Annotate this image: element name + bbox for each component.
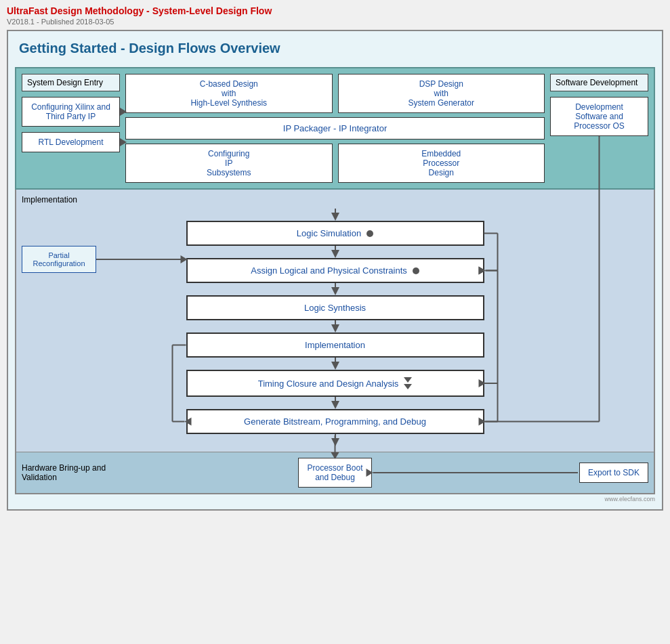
arrow5: [180, 397, 491, 409]
system-design-entry-label: System Design Entry: [22, 74, 120, 91]
assign-constraints-dot: [413, 267, 419, 274]
logic-synthesis-box[interactable]: Logic Synthesis: [186, 295, 484, 320]
partial-reconfig-box[interactable]: PartialReconfiguration: [22, 246, 96, 273]
diagram-title: Getting Started - Design Flows Overview: [15, 38, 655, 59]
svg-marker-3: [331, 250, 339, 258]
diagram-container: System Design Entry Configuring Xilinx a…: [15, 67, 655, 494]
arrow1: [180, 246, 491, 258]
page-subtitle: V2018.1 - Published 2018-03-05: [7, 18, 663, 26]
processor-boot-box[interactable]: Processor Bootand Debug: [298, 458, 371, 488]
arrow6: [180, 434, 491, 446]
timing-closure-box[interactable]: Timing Closure and Design Analysis: [186, 370, 484, 397]
software-development-label: Software Development: [550, 74, 648, 91]
assign-constraints-box[interactable]: Assign Logical and Physical Constraints: [186, 258, 484, 283]
arrow4: [180, 358, 491, 370]
bottom-center-panel: Processor Bootand Debug: [125, 458, 545, 488]
implementation-box[interactable]: Implementation: [186, 332, 484, 358]
bottom-section: Hardware Bring-up and Validation Process…: [15, 452, 655, 494]
svg-marker-1: [331, 213, 339, 221]
top-center-panel: C-based DesignwithHigh-Level Synthesis D…: [125, 74, 545, 183]
top-left-panel: System Design Entry Configuring Xilinx a…: [22, 74, 120, 183]
impl-center-panel: Logic Simulation Assign Logical and Phys…: [120, 209, 550, 446]
configuring-xilinx-ip-box[interactable]: Configuring Xilinx and Third Party IP: [22, 97, 120, 127]
svg-marker-11: [331, 401, 339, 409]
ip-packager-box[interactable]: IP Packager - IP Integrator: [125, 117, 545, 139]
bottom-center-row: ConfiguringIPSubsystems EmbeddedProcesso…: [125, 144, 545, 183]
implementation-label: Implementation: [22, 195, 648, 205]
implementation-section: Implementation PartialReconfiguration: [15, 190, 655, 452]
impl-content: PartialReconfiguration Logic Simulation: [22, 209, 648, 446]
main-diagram: Getting Started - Design Flows Overview …: [7, 30, 663, 511]
embedded-processor-box[interactable]: EmbeddedProcessorDesign: [338, 144, 545, 183]
svg-marker-7: [331, 324, 339, 332]
page-wrapper: UltraFast Design Methodology - System-Le…: [0, 0, 670, 516]
c-based-design-box[interactable]: C-based DesignwithHigh-Level Synthesis: [125, 74, 333, 113]
dev-software-box[interactable]: DevelopmentSoftware andProcessor OS: [550, 97, 648, 136]
arrow3: [180, 320, 491, 332]
svg-marker-5: [331, 287, 339, 295]
arrow-into-logic-sim: [180, 209, 491, 221]
top-section: System Design Entry Configuring Xilinx a…: [15, 67, 655, 190]
svg-marker-9: [331, 362, 339, 370]
rtl-development-box[interactable]: RTL Development: [22, 132, 120, 152]
page-title: UltraFast Design Methodology - System-Le…: [7, 5, 663, 16]
hardware-bringup-label: Hardware Bring-up and Validation: [22, 463, 120, 482]
arrow2: [180, 283, 491, 295]
bottom-right-panel: Export to SDK: [550, 463, 648, 483]
configuring-ip-subsystems-box[interactable]: ConfiguringIPSubsystems: [125, 144, 333, 183]
top-center-row: C-based DesignwithHigh-Level Synthesis D…: [125, 74, 545, 113]
svg-marker-13: [331, 438, 339, 446]
export-sdk-box[interactable]: Export to SDK: [579, 463, 648, 483]
dsp-design-box[interactable]: DSP DesignwithSystem Generator: [338, 74, 545, 113]
logic-simulation-box[interactable]: Logic Simulation: [186, 221, 484, 246]
logic-sim-dot: [367, 230, 373, 237]
top-right-panel: Software Development DevelopmentSoftware…: [550, 74, 648, 183]
impl-left-panel: PartialReconfiguration: [22, 209, 120, 273]
generate-bitstream-box[interactable]: Generate Bitstream, Programming, and Deb…: [186, 409, 484, 434]
watermark: www.elecfans.com: [15, 496, 655, 502]
timing-arrows: [404, 377, 412, 389]
